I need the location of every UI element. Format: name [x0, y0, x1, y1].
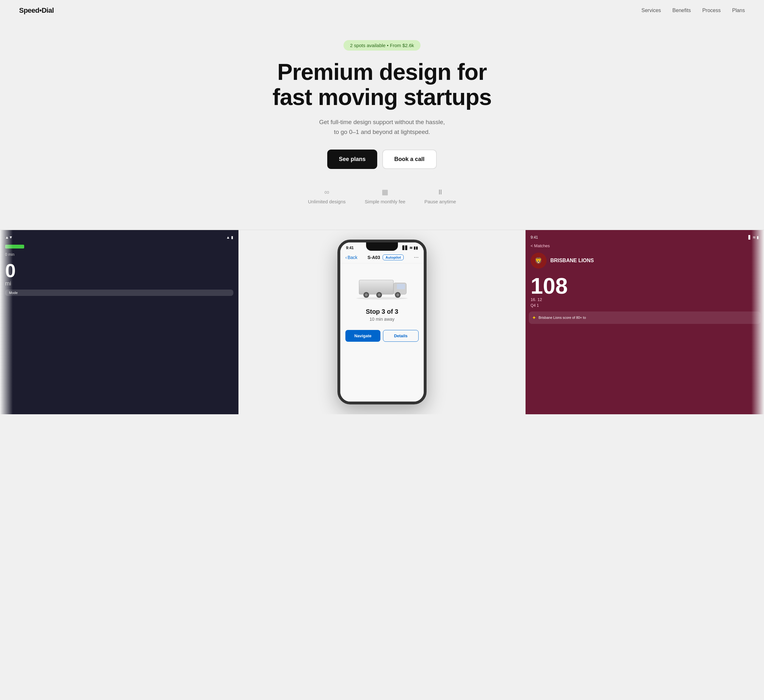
left-phone-screen: ▲▼ ▲ ▮ 0 min 0 mi Mode: [0, 230, 238, 414]
ticket-id: S-A03: [367, 255, 380, 260]
left-status-bar: ▲▼ ▲ ▮: [0, 230, 238, 242]
feature-monthly-label: Simple monthly fee: [365, 199, 405, 204]
svg-rect-0: [359, 280, 393, 294]
left-phone-panel: ▲▼ ▲ ▮ 0 min 0 mi Mode: [0, 230, 239, 414]
hero-cta-buttons: See plans Book a call: [327, 150, 437, 169]
left-fade-overlay: [0, 230, 13, 414]
time-remaining: 0 min: [0, 251, 238, 258]
right-phone-screen: 9:41 ▋ ≋ ▮ < Matches 🦁 BRISBANE LIONS 10…: [526, 230, 764, 414]
nav-links: Services Benefits Process Plans: [642, 8, 745, 13]
menu-dots-button[interactable]: ···: [414, 254, 419, 261]
team-logo-area: 🦁 BRISBANE LIONS: [526, 250, 764, 272]
team-name: BRISBANE LIONS: [550, 258, 594, 264]
nav-plans[interactable]: Plans: [732, 8, 745, 13]
hero-subtitle: Get full-time design support without the…: [319, 117, 445, 137]
feature-unlimited-label: Unlimited designs: [308, 199, 345, 204]
news-card: ✦ Brisbane Lions score of 80+ to: [529, 311, 761, 324]
truck-image: [340, 264, 424, 305]
features-list: ∞ Unlimited designs ▦ Simple monthly fee…: [308, 188, 456, 204]
infinity-icon: ∞: [324, 188, 329, 196]
svg-rect-2: [397, 284, 405, 289]
center-phone-panel: 9:41 ▋▋ ≋ ▮▮ ‹ Back S-A03 Autopilot ···: [239, 230, 525, 414]
feature-pause-label: Pause anytime: [424, 199, 456, 204]
right-time: 9:41: [531, 235, 538, 240]
chevron-left-icon: ‹: [345, 255, 347, 260]
svg-point-8: [396, 293, 399, 296]
team-emblem: 🦁: [531, 253, 546, 269]
svg-point-6: [378, 293, 381, 296]
hero-section: 2 spots available • From $2.6k Premium d…: [0, 21, 764, 230]
navbar: Speed•Dial Services Benefits Process Pla…: [0, 0, 764, 21]
nav-services[interactable]: Services: [642, 8, 661, 13]
stop-subtitle: 10 min away: [347, 317, 417, 322]
svg-point-9: [356, 297, 408, 299]
center-phone-screen: 9:41 ▋▋ ≋ ▮▮ ‹ Back S-A03 Autopilot ···: [340, 242, 424, 402]
distance-display: 0: [0, 258, 238, 280]
wifi-icon: ▲: [226, 235, 230, 240]
nav-process[interactable]: Process: [702, 8, 721, 13]
action-buttons: Navigate Details: [340, 325, 424, 347]
truck-illustration: [353, 270, 411, 302]
nav-benefits[interactable]: Benefits: [672, 8, 691, 13]
stop-title: Stop 3 of 3: [347, 308, 417, 315]
navigate-button[interactable]: Navigate: [345, 330, 380, 342]
center-signal: ▋▋ ≋ ▮▮: [402, 245, 418, 250]
availability-badge: 2 spots available • From $2.6k: [343, 40, 420, 51]
pause-icon: ⏸: [437, 188, 444, 196]
center-notch: [366, 242, 398, 251]
feature-pause: ⏸ Pause anytime: [424, 188, 456, 204]
feature-unlimited: ∞ Unlimited designs: [308, 188, 345, 204]
left-signal-icons: ▲ ▮: [226, 235, 233, 240]
right-fade-overlay: [751, 230, 764, 414]
calendar-icon: ▦: [382, 188, 388, 196]
center-nav-bar: ‹ Back S-A03 Autopilot ···: [340, 252, 424, 264]
center-time: 9:41: [346, 245, 354, 250]
hero-title: Premium design for fast moving startups: [272, 59, 492, 110]
svg-point-4: [365, 293, 368, 296]
right-status-bar: 9:41 ▋ ≋ ▮: [526, 230, 764, 242]
matches-back-button[interactable]: < Matches: [526, 242, 764, 250]
center-phone-mockup: 9:41 ▋▋ ≋ ▮▮ ‹ Back S-A03 Autopilot ···: [337, 240, 427, 405]
details-button[interactable]: Details: [383, 330, 419, 342]
autopilot-badge: Autopilot: [383, 255, 404, 260]
distance-unit: mi: [0, 280, 238, 287]
brand-logo[interactable]: Speed•Dial: [19, 6, 54, 15]
feature-monthly: ▦ Simple monthly fee: [365, 188, 405, 204]
news-text: Brisbane Lions score of 80+ to: [539, 315, 586, 320]
right-phone-panel: 9:41 ▋ ≋ ▮ < Matches 🦁 BRISBANE LIONS 10…: [526, 230, 764, 414]
stop-info: Stop 3 of 3 10 min away: [340, 305, 424, 325]
spark-icon: ✦: [532, 315, 536, 321]
see-plans-button[interactable]: See plans: [327, 150, 377, 169]
battery-icon: ▮: [231, 235, 233, 240]
quarter-info: Q4 1: [526, 302, 764, 309]
book-call-button[interactable]: Book a call: [382, 150, 437, 169]
mode-badge: Mode: [5, 289, 233, 296]
back-button[interactable]: ‹ Back: [345, 255, 357, 260]
score-display: 108: [526, 272, 764, 297]
phones-section: ▲▼ ▲ ▮ 0 min 0 mi Mode 9:41 ▋▋ ≋ ▮▮: [0, 230, 764, 414]
